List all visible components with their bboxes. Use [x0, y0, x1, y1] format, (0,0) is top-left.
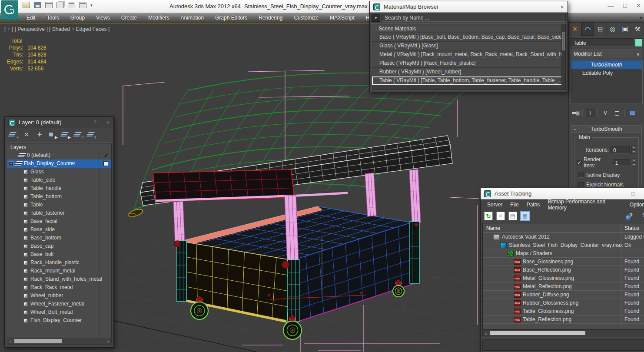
material-browser-titlebar[interactable]: Material/Map Browser ×	[370, 1, 568, 13]
modifier-stack-row[interactable]: TurboSmooth	[571, 60, 642, 69]
remove-modifier-icon[interactable]	[613, 109, 621, 117]
add-selection-to-layer-icon[interactable]: ▶	[48, 131, 57, 138]
layer-checkbox[interactable]	[103, 161, 108, 166]
menu-item[interactable]: Bitmap Performance and Memory	[544, 199, 625, 211]
scroll-left-icon[interactable]: ‹	[7, 339, 13, 344]
menu-item[interactable]: Modifiers	[143, 15, 175, 21]
asset-horizontal-scrollbar[interactable]: ‹ ›	[482, 330, 644, 336]
layer-object-row[interactable]: Fish_Display_Counter	[7, 316, 111, 325]
iterations-field[interactable]: 0	[611, 146, 630, 153]
material-row[interactable]: Rubber ( VRayMtl ) [Wheel_rubber]	[372, 68, 565, 76]
maximize-button[interactable]: □	[623, 2, 627, 9]
layer-object-row[interactable]: Wheel_Bolt_metal	[7, 308, 111, 316]
menu-item[interactable]: File	[506, 202, 522, 208]
menu-item[interactable]: Rendering	[253, 15, 288, 21]
asset-row[interactable]: PNG Base_Reflection.png Found	[483, 266, 644, 274]
rollout-header[interactable]: - TurboSmooth	[571, 126, 641, 133]
render-iters-spinner[interactable]: ▲ ▼	[632, 159, 636, 167]
modifier-stack-row[interactable]: Editable Poly	[571, 69, 642, 77]
collapse-icon[interactable]: -	[571, 126, 578, 132]
menu-item[interactable]: Create	[116, 15, 143, 21]
maximize-icon[interactable]: □	[631, 190, 634, 197]
menu-item[interactable]: Animation	[175, 15, 209, 21]
asset-row[interactable]: PNG Base_Glossiness.png Found	[483, 258, 644, 266]
web-help-icon[interactable]: ?	[627, 212, 635, 220]
help-icon[interactable]: ?	[93, 119, 96, 126]
menu-item[interactable]: Paths	[523, 202, 544, 208]
redo-scene-icon[interactable]	[56, 2, 64, 8]
name-column-header[interactable]: Name	[483, 225, 500, 231]
application-menu-button[interactable]	[1, 0, 18, 20]
modify-tab-icon[interactable]: ◠	[581, 23, 594, 36]
layer-object-row[interactable]: Table_bottom	[7, 193, 111, 201]
column-divider[interactable]	[621, 223, 621, 329]
asset-row[interactable]: PNG Rubber_Glossiness.png Found	[483, 299, 644, 307]
display-tab-icon[interactable]: ▣	[619, 23, 632, 36]
layer-object-row[interactable]: Glass	[7, 168, 111, 176]
qat-overflow-icon[interactable]: ▾	[90, 3, 93, 7]
create-tab-icon[interactable]: ✳	[569, 23, 581, 36]
layer-object-row[interactable]: Table_fastener	[7, 209, 111, 217]
save-file-icon[interactable]	[34, 2, 41, 8]
explicit-normals-checkbox[interactable]	[578, 182, 584, 187]
asset-tracking-titlebar[interactable]: Asset Tracking — □ ×	[481, 188, 644, 199]
menu-item[interactable]: Options	[626, 202, 644, 208]
menu-item[interactable]: Views	[90, 15, 116, 21]
modifier-list-dropdown[interactable]: Modifier List ∨	[571, 50, 642, 58]
iterations-spinner[interactable]: ▲ ▼	[631, 146, 636, 154]
layer-object-row[interactable]: Base_facial	[7, 217, 111, 226]
layer-object-row[interactable]: Base_cap	[7, 242, 111, 250]
utilities-tab-icon[interactable]: ⚒	[631, 23, 644, 36]
render-iters-field[interactable]: 1	[613, 159, 630, 166]
chevron-down-icon[interactable]: ∨	[634, 52, 642, 56]
report-view-icon[interactable]: ≡	[496, 212, 505, 220]
asset-row[interactable]: PNG Table_Glossiness.png Found	[483, 307, 644, 315]
collapse-expander-icon[interactable]: −	[9, 161, 13, 166]
delete-layer-icon[interactable]: ×	[22, 131, 31, 138]
filter-dropdown-icon[interactable]: ▼	[372, 14, 380, 22]
hierarchy-view-icon[interactable]: ▤	[508, 212, 517, 220]
viewport-label[interactable]: [ + ] [ Perspective ] [ Shaded + Edged F…	[4, 26, 110, 32]
context-help-icon[interactable]: ?	[640, 212, 644, 220]
layer-object-row[interactable]: Base_bottom	[7, 234, 111, 242]
layer-dialog-titlebar[interactable]: Layer: 0 (default) ? ×	[5, 117, 113, 128]
highlight-selected-layer-icon[interactable]: ○	[74, 131, 83, 138]
menu-item[interactable]: Customize	[288, 15, 324, 21]
menu-item[interactable]: Graph Editors	[209, 15, 253, 21]
table-view-icon[interactable]: ▦	[521, 212, 529, 220]
create-new-layer-icon[interactable]: ●	[9, 131, 18, 138]
make-unique-icon[interactable]: V	[601, 109, 610, 117]
material-row[interactable]: Plastic ( VRayMtl ) [Rack_Handle_plastic…	[372, 59, 565, 68]
status-column-header[interactable]: Status	[624, 223, 639, 233]
layer-object-row[interactable]: Base_bolt	[7, 250, 111, 259]
object-name-field[interactable]: Table	[571, 38, 633, 47]
undo-scene-icon[interactable]	[45, 2, 53, 8]
menu-item[interactable]: MAXScript	[324, 15, 360, 21]
current-layer-check-icon[interactable]: ✓	[104, 151, 109, 159]
layer-object-row[interactable]: Rack_mount_metal	[7, 267, 111, 275]
scrollbar-thumb[interactable]	[14, 339, 62, 343]
layer-row-default[interactable]: 0 (default) ✓	[7, 151, 111, 159]
layer-object-row[interactable]: Table	[7, 201, 111, 209]
layer-object-row[interactable]: Rack_Handle_plastic	[7, 259, 111, 267]
pin-stack-icon[interactable]	[571, 109, 579, 117]
layer-horizontal-scrollbar[interactable]: ‹ ›	[7, 338, 111, 344]
close-icon[interactable]: ×	[560, 3, 564, 10]
add-to-layer-icon[interactable]: +	[35, 131, 44, 138]
asset-row[interactable]: PNG Rubber_Diffuse.png Found	[483, 291, 644, 299]
layer-object-row[interactable]: Rack_Rack_metal	[7, 283, 111, 292]
scrollbar-thumb[interactable]	[490, 331, 585, 335]
minimize-button[interactable]: —	[607, 2, 614, 9]
open-file-icon[interactable]	[23, 2, 30, 8]
scroll-right-icon[interactable]: ›	[105, 339, 111, 344]
hierarchy-tab-icon[interactable]: ⊟	[594, 23, 607, 36]
select-layer-objects-icon[interactable]: ▶	[61, 131, 70, 138]
asset-row[interactable]: PNG Metal_Glossiness.png Found	[483, 274, 644, 282]
scroll-left-icon[interactable]: ‹	[483, 331, 489, 336]
minimize-icon[interactable]: —	[616, 190, 621, 197]
scene-materials-group-header[interactable]: - Scene Materials	[372, 24, 565, 33]
scrollbar-thumb[interactable]	[562, 32, 565, 50]
material-list-scrollbar[interactable]	[561, 24, 565, 90]
layers-column-header[interactable]: Layers	[7, 143, 111, 151]
material-row[interactable]: Metal ( VRayMtl ) [Rack_mount_metal, Rac…	[372, 50, 565, 59]
